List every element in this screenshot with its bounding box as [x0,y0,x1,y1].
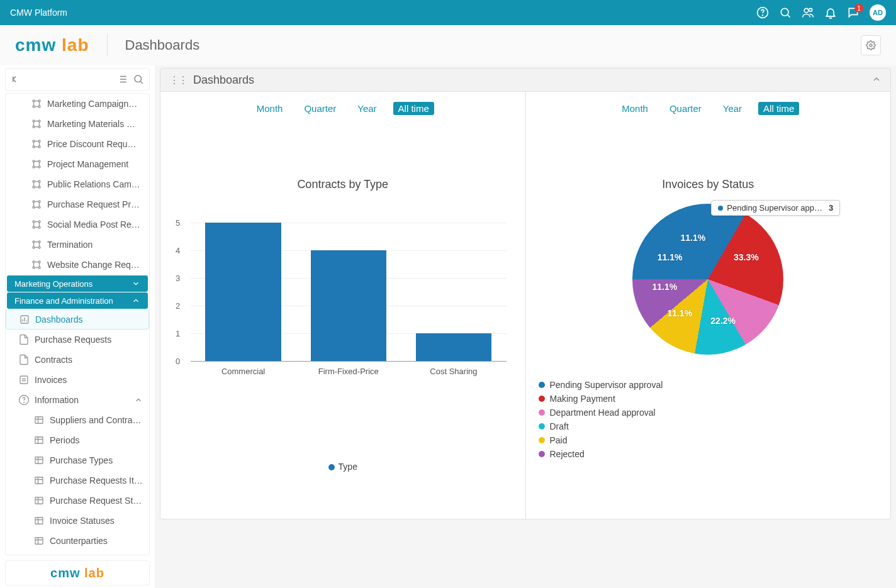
axis-tick: 3 [176,274,180,283]
settings-button[interactable] [861,35,881,55]
svg-rect-50 [35,477,43,484]
svg-point-9 [33,106,35,108]
legend-item[interactable]: Making Payment [539,394,885,404]
notification-badge: 1 [854,4,863,13]
legend-item[interactable]: Pending Supervisor approval [539,380,885,390]
sidebar-item[interactable]: Counterparties [6,531,149,551]
sidebar-item[interactable]: Project Management [6,154,149,174]
sidebar-scroll[interactable]: Marketing Campaign… Marketing Materials … [5,93,150,555]
sidebar-item[interactable]: Purchase Request St… [6,491,149,511]
pie-chart-title: Invoices by Status [532,178,885,191]
svg-point-42 [38,267,40,269]
tab-all[interactable]: All time [758,102,799,115]
sidebar-item[interactable]: Price Discount Requ… [6,134,149,154]
help-icon[interactable] [751,1,774,24]
collapse-sidebar-icon[interactable] [11,74,22,85]
time-tabs: Month Quarter Year All time [532,102,885,115]
svg-point-37 [33,247,35,248]
tab-year[interactable]: Year [718,102,747,115]
sidebar-item[interactable]: Public Relations Cam… [6,174,149,194]
tab-month[interactable]: Month [617,102,653,115]
sidebar-section-marketing[interactable]: Marketing Operations [7,275,148,292]
chart-contracts: Month Quarter Year All time Contracts by… [160,92,526,519]
svg-point-1 [763,15,763,16]
sidebar-item[interactable]: Purchase Requests It… [6,470,149,491]
legend-item[interactable]: Rejected [539,449,885,459]
chat-icon[interactable]: 1 [842,1,865,24]
pie-slices[interactable] [632,204,783,355]
search-icon[interactable] [774,1,797,24]
axis-tick: 5 [176,218,180,228]
tab-quarter[interactable]: Quarter [299,102,341,115]
legend-item[interactable]: Draft [539,421,885,431]
pie-slice-label: 22.2% [710,316,736,326]
sidebar-item[interactable]: Purchase Types [6,450,149,470]
svg-point-10 [38,106,40,108]
drag-handle-icon[interactable]: ⋮⋮ [169,74,187,86]
logo: cmw lab [15,35,89,55]
tab-year[interactable]: Year [352,102,381,115]
svg-rect-49 [35,457,43,464]
sidebar-item[interactable]: Marketing Materials … [6,114,149,134]
svg-point-18 [38,146,40,148]
chart-tooltip: Pending Supervisor app… 3 [711,200,840,216]
bar[interactable] [205,223,281,361]
panel-collapse-button[interactable] [871,74,882,86]
legend-item[interactable]: Paid [539,435,885,445]
topbar: CMW Platform 1 AD [0,0,896,25]
sidebar-item[interactable]: Website Change Req… [6,255,149,275]
svg-point-35 [33,241,35,243]
sidebar-item[interactable]: Suppliers and Contra… [6,410,149,430]
pie-slice-label: 11.1% [680,233,705,243]
sidebar-footer-logo: cmw lab [5,560,150,585]
sidebar-item-contracts[interactable]: Contracts [6,350,149,370]
sidebar-item[interactable]: Termination [6,235,149,255]
svg-point-13 [33,126,35,128]
sidebar-item[interactable]: Invoice Statuses [6,511,149,531]
bar[interactable] [416,333,491,361]
sidebar-item[interactable]: Periods [6,430,149,450]
bar-chart-title: Contracts by Type [167,178,519,191]
tab-all[interactable]: All time [393,102,434,115]
axis-tick: 2 [176,301,180,311]
pie-slice-label: 11.1% [667,308,692,318]
svg-rect-53 [35,538,43,545]
sidebar-section-finance[interactable]: Finance and Administration [7,292,148,309]
svg-point-17 [33,146,35,148]
sidebar-item-dashboards[interactable]: Dashboards [6,309,149,330]
svg-point-4 [809,8,812,11]
tab-quarter[interactable]: Quarter [664,102,707,115]
sidebar-item-information[interactable]: Information [6,390,149,410]
tab-month[interactable]: Month [252,102,288,115]
sidebar-item-purchase-requests[interactable]: Purchase Requests [6,330,149,350]
sidebar-search-icon[interactable] [133,74,144,85]
chart-invoices: Month Quarter Year All time Invoices by … [526,92,891,519]
sidebar-item[interactable]: Social Media Post Re… [6,214,149,235]
list-icon[interactable] [116,74,128,85]
sidebar-item[interactable]: Purchase Request Pr… [6,194,149,214]
svg-point-25 [33,186,35,188]
chevron-up-icon [134,396,143,404]
pie-slice-label: 11.1% [652,282,677,292]
svg-point-39 [33,261,35,263]
svg-rect-48 [35,437,43,444]
axis-tick: 1 [176,329,180,338]
svg-point-11 [33,120,35,122]
svg-point-8 [38,100,40,102]
people-icon[interactable] [797,1,819,24]
svg-point-7 [33,100,35,102]
svg-point-6 [135,75,142,82]
legend-item[interactable]: Department Head approval [539,408,885,418]
sidebar-item-invoices[interactable]: Invoices [6,370,149,390]
svg-rect-47 [35,417,43,424]
pie-slice-label: 11.1% [658,252,683,262]
bar-legend: Type [167,462,519,472]
avatar[interactable]: AD [870,4,886,21]
bar-category-label: Cost Sharing [430,367,477,376]
panel-body: Month Quarter Year All time Contracts by… [160,92,891,519]
sidebar-item[interactable]: Marketing Campaign… [6,94,149,114]
bell-icon[interactable] [819,1,842,24]
bar-chart: 012345CommercialFirm-Fixed-PriceCost Sha… [179,204,507,380]
svg-point-5 [870,44,872,47]
bar[interactable] [311,250,386,361]
